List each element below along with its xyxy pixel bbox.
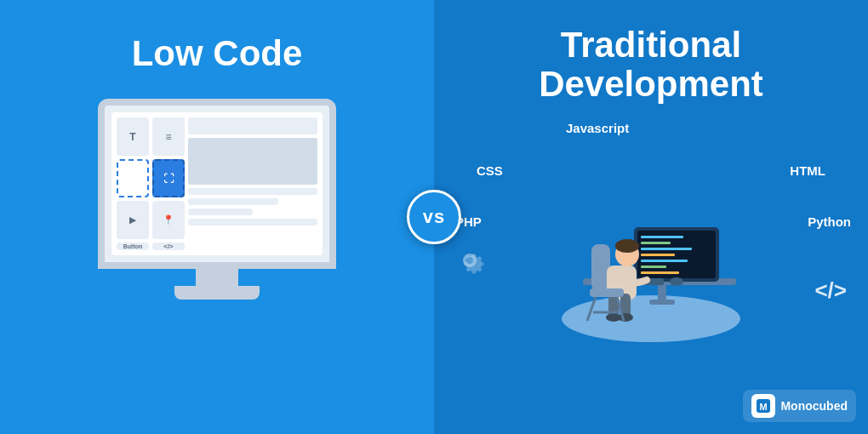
widget-video: ▶ — [117, 201, 149, 239]
monitor-illustration: T ≡ ⛶ ▶ 📍 Button </> — [98, 99, 336, 300]
svg-rect-10 — [641, 266, 666, 268]
widget-panel: T ≡ ⛶ ▶ 📍 Button </> — [117, 117, 185, 250]
content-line-4 — [188, 219, 317, 226]
gear-icon — [451, 242, 488, 283]
left-title: Low Code — [132, 34, 303, 73]
svg-rect-7 — [641, 248, 692, 250]
svg-rect-11 — [641, 271, 679, 274]
content-line-2 — [188, 198, 278, 205]
svg-rect-8 — [641, 254, 675, 256]
label-css: CSS — [477, 163, 503, 178]
label-javascript: Javascript — [566, 121, 629, 135]
svg-line-23 — [587, 297, 596, 321]
widget-code: </> — [152, 243, 185, 250]
content-header-bar — [188, 117, 317, 134]
monocubed-label: Monocubed — [780, 399, 848, 413]
code-tag-icon: </> — [814, 277, 847, 304]
left-panel: Low Code T ≡ ⛶ ▶ 📍 Button </> — [0, 0, 434, 434]
svg-point-13 — [670, 277, 683, 286]
content-image — [188, 138, 317, 185]
svg-text:M: M — [760, 402, 768, 412]
widget-image-selected: ⛶ — [152, 159, 185, 197]
widget-lines: ≡ — [152, 117, 185, 156]
svg-rect-5 — [641, 236, 683, 238]
vs-label: vs — [423, 206, 445, 228]
right-title: Traditional Development — [539, 26, 763, 104]
svg-point-21 — [618, 313, 633, 322]
svg-point-17 — [615, 239, 639, 253]
monocubed-badge: M Monocubed — [743, 390, 856, 422]
svg-rect-6 — [641, 242, 671, 244]
label-python: Python — [808, 214, 851, 229]
svg-rect-2 — [649, 300, 675, 305]
monitor-base — [174, 286, 260, 300]
widget-location: 📍 — [152, 201, 185, 239]
main-container: Low Code T ≡ ⛶ ▶ 📍 Button </> — [0, 0, 868, 434]
monitor-screen: T ≡ ⛶ ▶ 📍 Button </> — [98, 99, 336, 269]
dev-scene-container: Javascript CSS HTML PHP Python </> — [434, 121, 868, 351]
widget-button: Button — [117, 243, 149, 250]
monocubed-icon: M — [751, 394, 775, 418]
content-area — [188, 117, 317, 250]
developer-svg — [557, 151, 745, 346]
svg-rect-22 — [590, 288, 624, 297]
svg-rect-9 — [641, 260, 688, 262]
content-line-1 — [188, 188, 317, 195]
monitor-neck — [196, 269, 238, 286]
widget-text: T — [117, 117, 149, 156]
vs-badge: vs — [407, 190, 461, 244]
label-html: HTML — [790, 163, 825, 178]
widget-image-dashed — [117, 159, 149, 197]
right-panel: Traditional Development Javascript CSS H… — [434, 0, 868, 434]
content-line-3 — [188, 208, 253, 215]
